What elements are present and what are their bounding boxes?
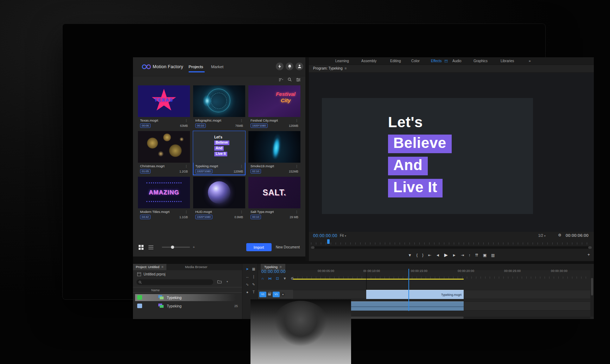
project-item-typeking-mogrt[interactable]: Typeking 25 bbox=[133, 303, 242, 310]
new-bin-icon[interactable] bbox=[217, 280, 222, 284]
project-file-row[interactable]: Untitled.prproj bbox=[137, 272, 165, 276]
play-button[interactable]: ▶ bbox=[444, 253, 448, 258]
sort-button[interactable] bbox=[279, 78, 283, 82]
settings-wrench-icon[interactable]: ⚙ bbox=[558, 233, 561, 238]
template-card-salt-type[interactable]: SALT. Salt Type.mogrt⋮ 00:1029 MB bbox=[248, 177, 300, 221]
filter-settings-button[interactable] bbox=[296, 78, 300, 82]
tab-projects[interactable]: Projects bbox=[189, 65, 203, 69]
mark-in-button[interactable]: { bbox=[416, 253, 418, 258]
panel-menu-icon[interactable]: ≡ bbox=[161, 265, 164, 269]
workspace-tab-assembly[interactable]: Assembly bbox=[361, 59, 376, 63]
search-input[interactable] bbox=[136, 279, 213, 285]
panel-menu-icon[interactable]: ≡ bbox=[280, 265, 282, 269]
chevron-down-icon[interactable]: ▾ bbox=[227, 280, 228, 283]
add-marker-button[interactable]: ▼ bbox=[408, 253, 412, 258]
add-marker-button[interactable]: ▼ bbox=[283, 277, 287, 281]
source-patch-v1[interactable]: V1 bbox=[259, 292, 266, 297]
workspace-tab-color[interactable]: Color bbox=[411, 59, 420, 63]
toggle-track-output[interactable]: ● bbox=[281, 292, 285, 297]
card-menu-icon[interactable]: ⋮ bbox=[295, 119, 298, 122]
comparison-view-button[interactable]: ▥ bbox=[491, 253, 495, 258]
name-column-header[interactable]: Name bbox=[151, 288, 160, 292]
template-card-festival-city[interactable]: Festival City Festival City.mogrt⋮ 1920*… bbox=[248, 85, 300, 129]
lock-icon[interactable] bbox=[268, 293, 271, 295]
timeline-timecode[interactable]: 00:00:00:00 bbox=[261, 269, 286, 274]
workspace-overflow-icon[interactable]: » bbox=[529, 59, 531, 63]
lift-button[interactable]: ↑ bbox=[469, 253, 471, 258]
list-header[interactable]: Name bbox=[133, 287, 242, 293]
ripple-edit-tool[interactable]: ↔ bbox=[245, 274, 250, 279]
workspace-tab-learning[interactable]: Learning bbox=[335, 59, 349, 63]
workspace-tab-graphics[interactable]: Graphics bbox=[474, 59, 488, 63]
hand-tool[interactable]: ● bbox=[245, 290, 250, 295]
card-menu-icon[interactable]: ⋮ bbox=[185, 164, 188, 168]
card-menu-icon[interactable]: ⋮ bbox=[185, 119, 188, 122]
template-card-texas[interactable]: TEXAS Texas.mogrt⋮ 00:0663MB bbox=[138, 85, 190, 129]
template-card-hud[interactable]: HUD.mogrt⋮ 1920*10800.9MB bbox=[193, 177, 245, 221]
template-card-smoke[interactable]: Smoke19.mogrt⋮ 02:10152MB bbox=[248, 131, 300, 175]
linked-selection-toggle[interactable]: ⋈ bbox=[268, 277, 272, 281]
selection-tool[interactable]: ➤ bbox=[245, 267, 250, 272]
nest-toggle[interactable]: ⊡ bbox=[276, 277, 279, 281]
work-area-bar[interactable] bbox=[293, 279, 464, 280]
timeline-playhead[interactable] bbox=[408, 269, 409, 311]
playback-resolution-dropdown[interactable]: 1/2 ▾ bbox=[538, 234, 546, 238]
mark-out-button[interactable]: } bbox=[422, 253, 424, 258]
fit-dropdown[interactable]: Fit ▾ bbox=[340, 234, 346, 238]
workspace-tab-libraries[interactable]: Libraries bbox=[501, 59, 514, 63]
thumbnail-size-slider[interactable] bbox=[162, 247, 190, 248]
card-menu-icon[interactable]: ⋮ bbox=[185, 210, 188, 214]
template-card-christmas[interactable]: Christmas.mogrt⋮ 01:051.2GB bbox=[138, 131, 190, 175]
time-ruler[interactable] bbox=[293, 275, 590, 279]
label-color-green[interactable] bbox=[137, 295, 142, 300]
card-menu-icon[interactable]: ⋮ bbox=[295, 164, 298, 168]
card-menu-icon[interactable]: ⋮ bbox=[295, 210, 298, 214]
extract-button[interactable]: ⇈ bbox=[475, 253, 478, 258]
export-frame-button[interactable]: ▣ bbox=[483, 253, 487, 258]
razor-tool[interactable]: | bbox=[251, 274, 256, 279]
list-view-button[interactable] bbox=[148, 245, 153, 249]
card-menu-icon[interactable]: ⋮ bbox=[240, 119, 243, 122]
import-button[interactable]: Import bbox=[246, 243, 272, 251]
card-menu-icon[interactable]: ⋮ bbox=[240, 210, 243, 214]
effects-panel-icon[interactable] bbox=[445, 60, 447, 63]
go-to-in-button[interactable]: ⇤ bbox=[428, 253, 431, 258]
template-card-infographic[interactable]: Infographic.mogrt⋮ 00:1076MB bbox=[193, 85, 245, 129]
workspace-tab-effects[interactable]: Effects bbox=[431, 59, 441, 63]
monitor-scrubber[interactable] bbox=[311, 240, 592, 245]
notifications-button[interactable] bbox=[286, 63, 293, 70]
template-card-typeking-selected[interactable]: Let's Believe And Live It Typeking.mogrt… bbox=[193, 131, 245, 175]
step-forward-button[interactable]: ► bbox=[452, 253, 456, 258]
go-to-out-button[interactable]: ⇥ bbox=[461, 253, 464, 258]
program-monitor-tab[interactable]: Program: Typeking≡ bbox=[313, 66, 347, 70]
project-item-typeking-sequence[interactable]: Typeking bbox=[133, 294, 242, 302]
snap-toggle[interactable]: ∩ bbox=[261, 277, 264, 281]
track-select-tool[interactable]: ▦ bbox=[251, 267, 256, 272]
clip-typeking-mogrt[interactable]: Typeking.mogrt bbox=[366, 290, 464, 299]
grid-view-button[interactable] bbox=[139, 245, 144, 250]
card-menu-icon[interactable]: ⋮ bbox=[240, 164, 243, 168]
button-editor-plus[interactable]: + bbox=[587, 252, 590, 257]
account-button[interactable] bbox=[296, 63, 303, 70]
type-tool[interactable]: T bbox=[251, 290, 256, 295]
current-timecode[interactable]: 00:00:00:00 bbox=[313, 233, 337, 238]
search-button[interactable] bbox=[288, 78, 292, 82]
tab-project-untitled[interactable]: Project: Untitled≡ bbox=[133, 264, 166, 270]
step-back-button[interactable]: ◄ bbox=[436, 253, 440, 258]
monitor-zoom-bar[interactable] bbox=[311, 246, 592, 249]
new-document-button[interactable]: New Document bbox=[276, 245, 300, 249]
slider-handle[interactable] bbox=[171, 246, 174, 249]
workspace-tab-editing[interactable]: Editing bbox=[390, 59, 401, 63]
vertical-scrollbar-thumb[interactable] bbox=[591, 278, 593, 295]
label-color-blue[interactable] bbox=[137, 304, 142, 308]
panel-menu-icon[interactable]: ≡ bbox=[345, 66, 347, 70]
zoom-plus-icon[interactable]: + bbox=[193, 245, 195, 249]
upgrade-button[interactable] bbox=[276, 63, 284, 70]
workspace-tab-audio[interactable]: Audio bbox=[452, 59, 462, 63]
slip-tool[interactable]: ∿ bbox=[245, 282, 250, 287]
track-target-v1[interactable]: V1 bbox=[273, 292, 280, 297]
tab-market[interactable]: Market bbox=[211, 65, 223, 69]
pen-tool[interactable]: ✎ bbox=[251, 282, 256, 287]
scrubber-playhead[interactable] bbox=[327, 239, 330, 244]
tab-media-browser[interactable]: Media Browser bbox=[182, 264, 210, 270]
